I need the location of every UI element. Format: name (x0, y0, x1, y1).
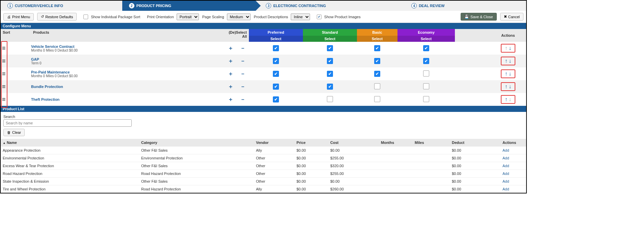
tier-checkbox[interactable] (374, 58, 380, 64)
step-product-pricing[interactable]: 2 PRODUCT PRICING (122, 1, 256, 11)
cell-name: Appearance Protection (1, 147, 139, 154)
tier-checkbox[interactable] (273, 45, 279, 51)
add-link[interactable]: Add (500, 178, 527, 185)
move-up-icon[interactable]: ↑ (505, 84, 508, 89)
tier-checkbox[interactable] (423, 45, 429, 51)
cell-deduct: $0.00 (450, 178, 500, 185)
move-down-icon[interactable]: ↓ (509, 71, 511, 77)
restore-defaults-button[interactable]: ↺ Restore Defaults (37, 13, 77, 21)
col-vendor[interactable]: Vendor (254, 139, 294, 146)
tier-checkbox[interactable] (423, 58, 429, 64)
product-name[interactable]: Pre-Paid Maintenance (31, 70, 224, 74)
tier-select[interactable]: Select (397, 36, 455, 42)
product-name[interactable]: Bundle Protection (31, 85, 224, 89)
tier-basic[interactable]: Basic Select (357, 29, 397, 42)
tier-select[interactable]: Select (303, 36, 357, 42)
col-cost[interactable]: Cost (328, 139, 379, 146)
col-name[interactable]: Name (1, 139, 139, 146)
tier-standard[interactable]: Standard Select (303, 29, 357, 42)
tier-economy[interactable]: Economy Select (397, 29, 455, 42)
select-all-plus-icon[interactable]: ＋ (228, 96, 233, 103)
tier-checkbox[interactable] (374, 96, 380, 102)
col-months[interactable]: Months (379, 139, 413, 146)
product-sub: Months 0 Miles 0 Deduct $0.00 (31, 49, 224, 52)
tier-checkbox[interactable] (327, 45, 333, 51)
step-electronic-contracting[interactable]: 3 ELECTRONIC CONTRACTING (256, 1, 405, 11)
step-deal-review[interactable]: 4 DEAL REVIEW (405, 1, 526, 11)
show-individual-checkbox[interactable] (83, 14, 88, 19)
clear-button[interactable]: 🗑 Clear (3, 129, 25, 136)
tier-checkbox[interactable] (273, 84, 279, 90)
deselect-all-minus-icon[interactable]: － (240, 45, 246, 52)
product-list-row: State Inspection & EmissionOther F&I Sal… (1, 177, 526, 185)
cell-miles (413, 162, 450, 170)
step-number: 4 (411, 3, 417, 8)
product-info: Vehicle Service ContractMonths 0 Miles 0… (31, 43, 224, 54)
tier-checkbox[interactable] (327, 84, 333, 90)
drag-handle-icon[interactable]: ≡ (1, 70, 31, 78)
product-name[interactable]: GAP (31, 57, 224, 61)
deselect-all-minus-icon[interactable]: － (240, 96, 246, 103)
product-name[interactable]: Theft Protection (31, 97, 224, 101)
tier-checkbox[interactable] (273, 96, 279, 102)
tier-checkbox[interactable] (273, 71, 279, 77)
move-down-icon[interactable]: ↓ (509, 84, 511, 89)
add-link[interactable]: Add (500, 147, 527, 154)
move-up-icon: ↑ (505, 45, 508, 51)
tier-checkbox[interactable] (273, 58, 279, 64)
cancel-button[interactable]: ✖ Cancel (500, 13, 523, 21)
show-images-checkbox[interactable] (317, 14, 321, 19)
search-input[interactable] (3, 119, 132, 127)
step-customer-vehicle[interactable]: 1 CUSTOMER/VEHICLE INFO (1, 1, 122, 11)
drag-handle-icon[interactable]: ≡ (1, 96, 31, 103)
move-up-icon[interactable]: ↑ (505, 96, 508, 102)
deselect-all-minus-icon[interactable]: － (240, 83, 246, 90)
tier-checkbox[interactable] (327, 96, 333, 102)
product-desc-select[interactable]: Inline (291, 13, 310, 20)
tier-checkbox-cell (357, 45, 397, 51)
cell-cost: $0.00 (328, 147, 379, 154)
print-orientation-select[interactable]: Portrait (177, 13, 199, 20)
product-name[interactable]: Vehicle Service Contract (31, 44, 224, 49)
move-up-icon[interactable]: ↑ (505, 71, 508, 77)
show-individual-label: Show Individual Package Sort (91, 15, 140, 19)
tier-checkbox[interactable] (374, 83, 380, 89)
move-up-icon[interactable]: ↑ (505, 58, 508, 64)
move-down-icon[interactable]: ↓ (509, 58, 511, 64)
tier-preferred[interactable]: Preferred Select (249, 29, 303, 42)
tier-checkbox[interactable] (423, 70, 429, 77)
drag-handle-icon[interactable]: ≡ (1, 58, 31, 65)
deselect-all-minus-icon[interactable]: － (240, 58, 246, 65)
drag-handle-icon[interactable]: ≡ (1, 45, 31, 52)
save-close-button[interactable]: 💾 Save & Close (461, 13, 497, 21)
move-down-icon[interactable]: ↓ (509, 45, 511, 51)
add-link[interactable]: Add (500, 162, 527, 170)
print-menu-button[interactable]: 🖨 Print Menu (3, 13, 34, 21)
select-all-plus-icon[interactable]: ＋ (228, 83, 233, 90)
select-all-plus-icon[interactable]: ＋ (228, 58, 233, 65)
tier-checkbox[interactable] (374, 45, 380, 51)
select-all-plus-icon[interactable]: ＋ (228, 70, 233, 78)
tier-checkbox[interactable] (423, 96, 429, 102)
tier-checkbox[interactable] (423, 83, 429, 89)
col-miles[interactable]: Miles (413, 139, 450, 146)
tier-select[interactable]: Select (249, 36, 303, 42)
deselect-all-minus-icon[interactable]: － (240, 70, 246, 78)
tier-checkbox[interactable] (327, 58, 333, 64)
tier-checkbox[interactable] (374, 71, 380, 77)
page-scaling-select[interactable]: Medium (227, 13, 251, 20)
col-category[interactable]: Category (139, 139, 254, 146)
select-all-plus-icon[interactable]: ＋ (228, 45, 233, 52)
add-link[interactable]: Add (500, 170, 527, 177)
tier-checkbox-cell (249, 71, 303, 77)
col-deduct[interactable]: Deduct (450, 139, 500, 146)
col-price[interactable]: Price (294, 139, 328, 146)
tier-checkbox-cell (303, 84, 357, 90)
add-link[interactable]: Add (500, 185, 527, 193)
tier-checkbox-cell (249, 58, 303, 64)
tier-checkbox[interactable] (327, 71, 333, 77)
tier-select[interactable]: Select (357, 36, 397, 42)
drag-handle-icon[interactable]: ≡ (1, 83, 31, 90)
row-actions: ↑ ↓ (489, 69, 527, 78)
add-link[interactable]: Add (500, 154, 527, 162)
